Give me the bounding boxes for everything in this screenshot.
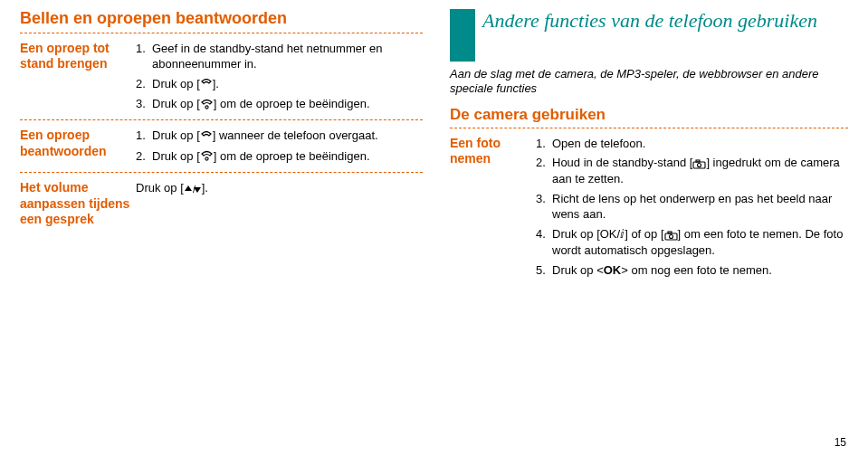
end-icon [200, 148, 214, 165]
svg-point-0 [205, 106, 208, 109]
row-content: 1.Druk op [] wanneer de telefoon overgaa… [136, 128, 423, 168]
step-item: 3.Druk op [] om de oproep te beëindigen. [136, 96, 423, 112]
row-label: Een oproep tot stand brengen [20, 41, 136, 72]
step-text: Druk op [] om de oproep te beëindigen. [152, 148, 423, 165]
step-item: 1.Druk op [] wanneer de telefoon overgaa… [136, 128, 423, 144]
step-item: 2.Druk op []. [136, 76, 423, 92]
instruction-row: Een oproep tot stand brengen1.Geef in de… [20, 41, 423, 117]
step-text: Druk op [/]. [136, 180, 423, 196]
separator [20, 119, 423, 120]
step-number: 1. [136, 41, 152, 72]
svg-point-5 [698, 163, 701, 166]
step-item: 1.Geef in de standby-stand het netnummer… [136, 41, 423, 72]
tab-rect [450, 9, 475, 62]
separator [20, 33, 423, 33]
sub-heading: De camera gebruiken [450, 106, 848, 124]
row-content: Druk op [/]. [136, 180, 423, 200]
row-label: Een foto nemen [450, 136, 536, 167]
step-item: 4.Druk op [OK/ⅈ] of op [] om een foto te… [536, 226, 848, 259]
instruction-row: Het volume aanpassen tijdens een gesprek… [20, 180, 423, 228]
step-number: 3. [536, 191, 552, 223]
separator [450, 128, 848, 128]
row-label: Een oproep beantwoorden [20, 128, 136, 159]
step-number: 5. [536, 262, 552, 279]
row-content: 1.Geef in de standby-stand het netnummer… [136, 41, 423, 117]
row-content: 1.Open de telefoon.2.Houd in de standby-… [536, 136, 848, 282]
intro-text: Aan de slag met de camera, de MP3-speler… [450, 67, 848, 97]
row-label: Het volume aanpassen tijdens een gesprek [20, 180, 136, 228]
step-number: 1. [536, 136, 552, 152]
step-number: 2. [136, 148, 152, 165]
step-text: Richt de lens op het onderwerp en pas he… [552, 191, 848, 223]
step-number: 2. [136, 76, 152, 92]
step-item: 2.Houd in de standby-stand [] ingedrukt … [536, 155, 848, 187]
step-text: Druk op []. [152, 76, 423, 92]
section-tab: Andere functies van de telefoon gebruike… [450, 9, 848, 62]
updown-icon: / [184, 181, 202, 197]
call-icon [200, 128, 213, 145]
step-item: Druk op [/]. [136, 180, 423, 196]
step-item: 5.Druk op <OK> om nog een foto te nemen. [536, 262, 848, 279]
camera-icon [664, 227, 678, 243]
step-item: 2.Druk op [] om de oproep te beëindigen. [136, 148, 423, 165]
step-text: Geef in de standby-stand het netnummer e… [152, 41, 423, 72]
page-number: 15 [835, 436, 846, 449]
row-foto: Een foto nemen 1.Open de telefoon.2.Houd… [450, 136, 848, 282]
step-number: 4. [536, 226, 552, 259]
separator [20, 172, 423, 173]
end-icon [200, 97, 214, 113]
step-text: Druk op <OK> om nog een foto te nemen. [552, 262, 848, 279]
svg-rect-4 [696, 160, 700, 162]
heading-call: Bellen en oproepen beantwoorden [20, 9, 423, 29]
step-text: Open de telefoon. [552, 136, 848, 152]
step-text: Houd in de standby-stand [] ingedrukt om… [552, 155, 848, 187]
svg-rect-7 [668, 232, 672, 233]
section-title: Andere functies van de telefoon gebruike… [482, 9, 817, 32]
call-icon [200, 76, 213, 92]
instruction-row: Een oproep beantwoorden1.Druk op [] wann… [20, 128, 423, 168]
step-text: Druk op [] wanneer de telefoon overgaat. [152, 128, 423, 144]
svg-point-8 [669, 234, 672, 238]
step-number: 3. [136, 96, 152, 112]
step-item: 3.Richt de lens op het onderwerp en pas … [536, 191, 848, 223]
step-text: Druk op [OK/ⅈ] of op [] om een foto te n… [552, 226, 848, 259]
svg-point-1 [205, 157, 208, 160]
step-number: 1. [136, 128, 152, 144]
step-text: Druk op [] om de oproep te beëindigen. [152, 96, 423, 112]
step-item: 1.Open de telefoon. [536, 136, 848, 152]
camera-icon [692, 156, 706, 172]
step-number: 2. [536, 155, 552, 187]
